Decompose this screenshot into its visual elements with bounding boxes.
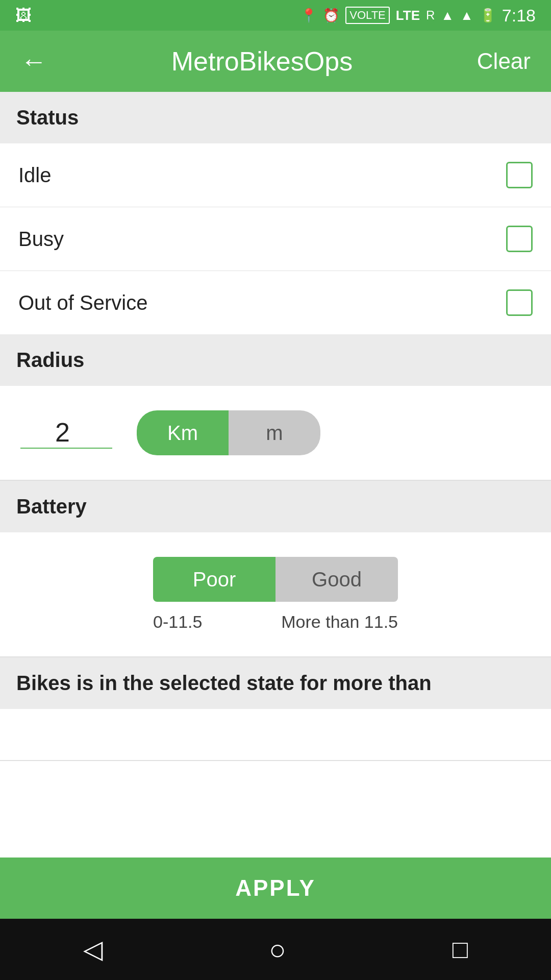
content-area: Status Idle Busy Out of Service Radius K… xyxy=(0,92,551,919)
unit-toggle-group: Km m xyxy=(137,410,320,455)
app-bar: ← MetroBikesOps Clear xyxy=(0,31,551,92)
apply-button-container[interactable]: APPLY xyxy=(0,857,551,919)
radius-input-wrapper xyxy=(20,417,112,449)
alarm-icon: ⏰ xyxy=(323,8,339,23)
r-label: R xyxy=(426,8,435,22)
nav-back-icon[interactable]: ◁ xyxy=(83,935,103,964)
gallery-icon: 🖼 xyxy=(15,6,32,25)
out-of-service-label: Out of Service xyxy=(18,291,147,314)
status-out-of-service-item: Out of Service xyxy=(0,271,551,334)
out-of-service-checkbox[interactable] xyxy=(506,289,533,316)
status-bar-right: 📍 ⏰ VOLTE LTE R ▲ ▲ 🔋 7:18 xyxy=(300,6,536,26)
back-button[interactable]: ← xyxy=(20,46,47,77)
radius-section-header: Radius xyxy=(0,334,551,386)
app-title: MetroBikesOps xyxy=(171,46,353,77)
battery-labels: 0-11.5 More than 11.5 xyxy=(153,612,398,632)
radius-input[interactable] xyxy=(20,417,112,449)
battery-icon: 🔋 xyxy=(480,8,496,23)
clear-button[interactable]: Clear xyxy=(477,48,531,74)
status-bar-left: 🖼 xyxy=(15,6,32,25)
battery-high-label: More than 11.5 xyxy=(281,612,398,632)
bikes-state-content xyxy=(0,709,551,760)
status-bar: 🖼 📍 ⏰ VOLTE LTE R ▲ ▲ 🔋 7:18 xyxy=(0,0,551,31)
battery-poor-button[interactable]: Poor xyxy=(153,557,276,602)
idle-label: Idle xyxy=(18,164,52,187)
battery-toggle-group: Poor Good xyxy=(153,557,398,602)
location-icon: 📍 xyxy=(300,8,317,23)
spacer xyxy=(0,761,551,857)
unit-m-button[interactable]: m xyxy=(229,410,320,455)
time-display: 7:18 xyxy=(502,6,536,26)
busy-checkbox[interactable] xyxy=(506,226,533,252)
signal1-icon: ▲ xyxy=(441,8,454,23)
signal2-icon: ▲ xyxy=(460,8,473,23)
idle-checkbox[interactable] xyxy=(506,162,533,188)
busy-label: Busy xyxy=(18,228,64,251)
nav-bar: ◁ ○ □ xyxy=(0,919,551,980)
battery-good-button[interactable]: Good xyxy=(276,557,398,602)
battery-low-label: 0-11.5 xyxy=(153,612,202,632)
battery-section-header: Battery xyxy=(0,481,551,532)
status-section-header: Status xyxy=(0,92,551,143)
nav-home-icon[interactable]: ○ xyxy=(269,933,286,966)
radius-content: Km m xyxy=(0,386,551,480)
lte-label: LTE xyxy=(396,8,420,23)
apply-button-label: APPLY xyxy=(235,875,316,901)
status-idle-item: Idle xyxy=(0,143,551,207)
battery-content: Poor Good 0-11.5 More than 11.5 xyxy=(0,532,551,656)
unit-km-button[interactable]: Km xyxy=(137,410,229,455)
nav-recent-icon[interactable]: □ xyxy=(453,935,468,964)
bikes-state-section-header: Bikes is in the selected state for more … xyxy=(0,657,551,709)
volte-label: VOLTE xyxy=(345,7,390,24)
status-busy-item: Busy xyxy=(0,207,551,271)
